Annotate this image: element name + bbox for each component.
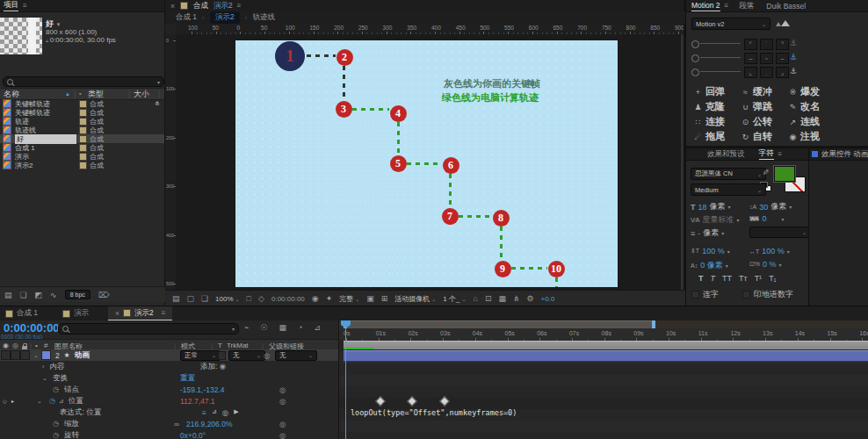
preview-timecode[interactable]: 0:00:00:00	[271, 295, 305, 303]
flowchart-icon[interactable]: ⋔	[513, 294, 520, 303]
anchor-slider-knob[interactable]	[691, 40, 699, 48]
label-color-swatch[interactable]	[79, 109, 87, 117]
interpret-footage-icon[interactable]: ▤	[4, 291, 12, 299]
position-row[interactable]: ◇ ▸ ⌄ ◷ ⊿ 位置 112.7,47.1 ◎	[0, 395, 338, 407]
chevron-down-icon[interactable]: ▼	[56, 22, 61, 27]
frame-blend-icon[interactable]: ▦	[279, 323, 287, 332]
anchor-slider-track[interactable]	[700, 71, 741, 72]
footage-thumbnail[interactable]	[0, 18, 42, 54]
anchor-slider-track[interactable]	[700, 43, 741, 44]
leading-value[interactable]: 30	[759, 203, 768, 212]
rotation-row[interactable]: ◷ 旋转 0x+0.0° ◎	[0, 429, 338, 439]
motion-button-克隆[interactable]: ♟克隆	[693, 100, 725, 113]
motion-button-弹跳[interactable]: ∪弹跳	[741, 100, 772, 113]
anchor-grid-button[interactable]: ˌ	[760, 67, 773, 78]
anchor-grid-button[interactable]: ‒	[744, 53, 757, 64]
preserve-transparency-checkbox[interactable]	[218, 351, 226, 360]
transparency-grid-icon[interactable]: ⊞	[381, 294, 388, 303]
anchor-center-icon[interactable]: ⚓	[790, 53, 797, 61]
always-preview-icon[interactable]: ▤	[172, 294, 180, 303]
add-button[interactable]: ◉	[220, 362, 226, 371]
motion-button-回弹[interactable]: +回弹	[693, 85, 725, 98]
layer-duration-bar[interactable]	[344, 350, 868, 362]
stopwatch-icon[interactable]: ◷	[53, 385, 59, 393]
anchor-slider-knob[interactable]	[691, 68, 699, 76]
pickwhip-icon[interactable]: ◎	[279, 397, 286, 406]
graph-editor-icon[interactable]: ⊿	[314, 323, 321, 332]
scale-value[interactable]: 216.9,206.0%	[186, 420, 232, 428]
viewer-tab-2[interactable]: 轨迹线	[253, 12, 276, 23]
resolution-select[interactable]: 完整⌄	[339, 294, 359, 304]
contents-label[interactable]: 内容	[49, 362, 64, 372]
motion-button-自转[interactable]: ↻自转	[741, 130, 772, 143]
settings-gear-icon[interactable]: ⚙	[527, 294, 534, 303]
motion-blur-icon[interactable]: ◔	[298, 323, 302, 332]
sort-ascending-icon[interactable]: ▲	[65, 91, 70, 97]
link-dimensions-icon[interactable]: ∞	[174, 420, 179, 428]
all-caps-button[interactable]: TT	[722, 274, 732, 283]
anchor-grid-button[interactable]: ⌜	[744, 39, 757, 50]
tab-effects-presets[interactable]: 效果和预设	[707, 149, 745, 160]
anchor-slider-track[interactable]	[700, 57, 741, 58]
tab-character[interactable]: 字符	[759, 148, 774, 160]
timeline-current-time[interactable]: 0:00:00:00	[4, 321, 60, 335]
label-color-swatch[interactable]	[79, 118, 87, 126]
audio-icon[interactable]: ◎	[12, 342, 18, 349]
project-item-row[interactable]: 轨迹合成	[0, 117, 164, 126]
keyframe-nav-next-icon[interactable]: ▸	[11, 398, 14, 404]
tab-duik[interactable]: Duik Bassel	[766, 2, 806, 11]
timeline-search-input[interactable]: ▾	[58, 323, 239, 335]
expression-pickwhip-icon[interactable]: ◎	[222, 408, 228, 417]
index-column-icon[interactable]: #	[44, 342, 47, 349]
project-item-row[interactable]: 好合成	[0, 134, 164, 143]
superscript-button[interactable]: T¹	[755, 274, 763, 283]
roi-icon[interactable]: □	[247, 294, 251, 303]
scale-row[interactable]: ◷ 缩放 ∞ 216.9,206.0% ◎	[0, 418, 338, 429]
tab-paragraph[interactable]: 段落	[739, 1, 754, 11]
keyframe-dot-9[interactable]: 9	[495, 261, 511, 277]
font-size-value[interactable]: 18	[698, 203, 707, 212]
bpc-chip[interactable]: 8 bpc	[65, 290, 90, 299]
trkmat-select[interactable]: 无⌄	[228, 350, 265, 361]
rotation-value[interactable]: 0x+0.0°	[180, 431, 206, 439]
reset-button[interactable]: 重置	[180, 373, 195, 384]
blend-mode-select[interactable]: 正常⌄	[180, 350, 221, 361]
keyframe-dot-8[interactable]: 8	[493, 210, 510, 227]
small-caps-button[interactable]: Tᴛ	[739, 274, 748, 283]
chevron-down-icon[interactable]: ▾	[727, 248, 730, 255]
layer-outline-bar[interactable]	[344, 341, 868, 349]
layer-color-swatch[interactable]	[41, 350, 51, 360]
keyframe-dot-4[interactable]: 4	[390, 105, 407, 122]
viewer-panel-title[interactable]: 合成	[193, 1, 208, 11]
panel-menu-icon[interactable]: ≡	[778, 150, 783, 158]
viewer-tab-1[interactable]: 演示2	[210, 11, 240, 24]
chevron-down-icon[interactable]: ▾	[726, 263, 728, 269]
keyframe-dot-2[interactable]: 2	[336, 49, 353, 66]
label-color-swatch[interactable]	[79, 153, 87, 161]
motion-button-改名[interactable]: ✎改名	[788, 100, 820, 113]
pixel-aspect-icon[interactable]: ◇	[258, 294, 264, 303]
position-value[interactable]: 112.7,47.1	[180, 397, 215, 406]
close-icon[interactable]: ×	[115, 309, 119, 318]
anchor-point-row[interactable]: ◷ 锚点 -159.1,-132.4 ◎	[0, 384, 338, 395]
panel-menu-icon[interactable]: ≡	[725, 2, 729, 10]
timeline-tab-1[interactable]: 演示	[62, 308, 89, 319]
timeline-ruler[interactable]: 0s01s02s03s04s05s06s07s08s09s10s11s12s13…	[339, 328, 868, 342]
ligatures-checkbox[interactable]	[691, 291, 699, 299]
project-search-input[interactable]: ▾	[3, 76, 164, 87]
work-area-end-handle[interactable]	[652, 320, 655, 328]
motion-button-连接[interactable]: ∷连接	[693, 115, 725, 128]
snapshot-camera-icon[interactable]: ◉	[312, 294, 319, 303]
anchor-grid-button[interactable]: ⌞	[744, 67, 757, 78]
mini-flowchart-icon[interactable]: ⌁	[244, 323, 249, 332]
project-item-row[interactable]: 关键帧轨迹合成	[0, 108, 164, 117]
font-style-select[interactable]: Medium⌄	[691, 184, 766, 196]
graph-icon[interactable]: ⊿	[59, 398, 64, 405]
new-folder-icon[interactable]: ❏	[20, 291, 27, 299]
pickwhip-icon[interactable]: ◎	[279, 385, 286, 394]
expression-graph-icon[interactable]: ⊿	[212, 408, 217, 417]
guides-icon[interactable]: ⌂	[473, 294, 477, 303]
motion-button-注视[interactable]: ◉注视	[788, 130, 820, 143]
stopwatch-icon[interactable]: ◷	[53, 420, 59, 428]
main-viewer-icon[interactable]: ▢	[187, 294, 195, 303]
